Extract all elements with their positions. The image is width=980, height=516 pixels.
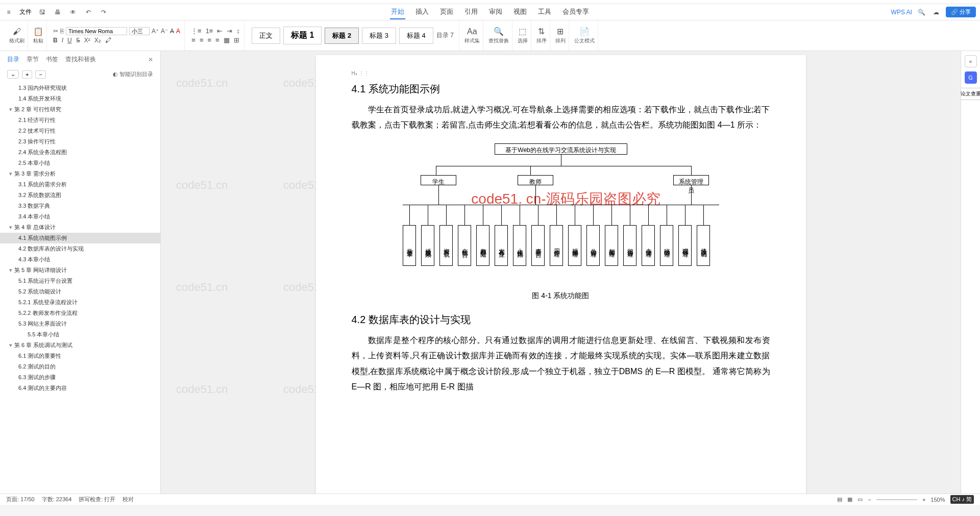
highlight-icon[interactable]: 🖍 [105,37,111,44]
toc-item[interactable]: 1.4 系统开发环境 [0,93,160,104]
clear-format-icon[interactable]: A̶ [170,28,174,35]
style-set-icon[interactable]: Aa [467,27,477,36]
toc-item[interactable]: 5.2 系统功能设计 [0,286,160,297]
toc-item[interactable]: 2.3 操作可行性 [0,136,160,147]
toc-item[interactable]: 2.2 技术可行性 [0,126,160,136]
toc-item[interactable]: 6.4 测试的主要内容 [0,383,160,394]
thesis-check-label[interactable]: 论文查重 [958,88,981,100]
toc-item[interactable]: 2.4 系统业务流程图 [0,147,160,158]
outdent-icon[interactable]: ⇤ [217,27,223,35]
font-family-select[interactable] [66,27,127,35]
number-list-icon[interactable]: 1≡ [206,27,213,35]
select-icon[interactable]: ⬚ [519,27,526,36]
print-icon[interactable]: 🖶 [53,8,62,17]
toc-collapse-dropdown[interactable]: ⌄ [7,70,19,79]
rail-collapse-icon[interactable]: « [965,55,977,67]
zoom-out-icon[interactable]: − [868,497,871,503]
style-h1[interactable]: 标题 1 [283,27,322,44]
redo-icon[interactable]: ↷ [99,8,108,17]
find-replace-icon[interactable]: 🔍 [494,27,504,36]
subscript-icon[interactable]: X₂ [94,37,101,44]
toc-item[interactable]: 3.2 系统数据流图 [0,190,160,201]
font-size-select[interactable] [129,27,150,35]
ime-indicator[interactable]: CH ♪ 简 [950,495,974,504]
toc-item[interactable]: 3.3 数据字典 [0,201,160,211]
italic-icon[interactable]: I [62,37,63,44]
search-icon[interactable]: 🔍 [917,8,926,17]
toc-item[interactable]: 6.1 测试的重要性 [0,351,160,361]
doc-mode-icon[interactable]: 📄 [579,27,590,36]
toc-item[interactable]: 2.1 经济可行性 [0,115,160,126]
toc-item[interactable]: 5.5 本章小结 [0,329,160,340]
zoom-slider[interactable] [876,499,917,500]
align-left-icon[interactable]: ≡ [191,36,195,44]
menu-tab-页面[interactable]: 页面 [439,5,454,19]
font-color-icon[interactable]: A [176,28,180,35]
zoom-in-icon[interactable]: + [922,497,925,503]
save-icon[interactable]: 🖫 [38,8,47,17]
indent-icon[interactable]: ⇥ [227,27,232,35]
toc-expand-button[interactable]: + [22,70,32,79]
sidebar-close-icon[interactable]: ✕ [148,56,153,63]
toc-item[interactable]: 6.3 测试的步骤 [0,372,160,383]
strike-icon[interactable]: S̶ [76,37,80,44]
preview-icon[interactable]: 👁 [68,8,78,17]
undo-icon[interactable]: ↶ [84,8,93,17]
view-mode-icon[interactable]: ▤ [837,496,842,503]
hamburger-icon[interactable]: ≡ [4,8,13,17]
toc-item[interactable]: 6.2 测试的目的 [0,361,160,372]
menu-tab-引用[interactable]: 引用 [463,5,479,19]
menu-tab-视图[interactable]: 视图 [512,5,528,19]
wps-ai-button[interactable]: WPS AI [891,9,912,16]
cloud-icon[interactable]: ☁ [932,8,941,17]
cut-icon[interactable]: ✂ [53,28,58,35]
sidebar-tab-查找和替换[interactable]: 查找和替换 [65,55,96,64]
menu-tab-插入[interactable]: 插入 [414,5,430,19]
toc-shrink-button[interactable]: − [35,70,45,79]
toc-item[interactable]: 3.4 本章小结 [0,211,160,222]
menu-tab-审阅[interactable]: 审阅 [488,5,503,19]
smart-toc-button[interactable]: ◐ 智能识别目录 [113,70,153,78]
zoom-level[interactable]: 150% [930,497,945,503]
style-h2[interactable]: 标题 2 [325,28,359,44]
toc-item[interactable]: 3.1 系统的需求分析 [0,179,160,190]
menu-tab-工具[interactable]: 工具 [537,5,552,19]
toc-item[interactable]: 5.3 网站主界面设计 [0,318,160,329]
toc-item[interactable]: 5.1 系统运行平台设置 [0,276,160,286]
style-h4[interactable]: 标题 4 [399,28,433,44]
view-mode-icon[interactable]: ▦ [847,496,852,503]
toc-item[interactable]: 2.5 本章小结 [0,158,160,168]
toc-item[interactable]: ▾第 4 章 总体设计 [0,222,160,233]
toc-item[interactable]: 4.2 数据库表的设计与实现 [0,243,160,254]
sidebar-tab-书签[interactable]: 书签 [46,55,58,64]
align-center-icon[interactable]: ≡ [200,36,204,44]
status-page[interactable]: 页面: 17/50 [6,496,35,503]
underline-icon[interactable]: U [67,37,72,44]
format-brush-icon[interactable]: 🖌 [13,27,21,36]
superscript-icon[interactable]: X² [84,37,90,44]
toc-item[interactable]: 4.1 系统功能图示例 [0,233,160,243]
align-right-icon[interactable]: ≡ [208,36,212,44]
menu-tab-开始[interactable]: 开始 [390,5,405,19]
toc-item[interactable]: ▾第 5 章 网站详细设计 [0,265,160,276]
bullet-list-icon[interactable]: ⋮≡ [191,27,202,35]
copy-icon[interactable]: ⎘ [60,28,64,35]
border-icon[interactable]: ⊞ [234,36,239,44]
toc-style-dropdown[interactable]: 目录 7 [436,31,454,40]
thesis-check-icon[interactable]: G [965,71,977,84]
file-menu[interactable]: 文件 [19,8,32,16]
line-spacing-icon[interactable]: ↕ [236,27,240,35]
view-mode-icon[interactable]: ▭ [857,496,863,503]
toc-item[interactable]: 5.2.1 系统登录流程设计 [0,297,160,308]
sidebar-tab-目录[interactable]: 目录 [7,55,19,64]
bold-icon[interactable]: B [53,37,58,44]
style-h3[interactable]: 标题 3 [362,28,396,44]
menu-tab-会员专享[interactable]: 会员专享 [561,5,590,19]
status-spellcheck[interactable]: 拼写检查: 打开 [79,496,115,503]
shading-icon[interactable]: ▦ [224,36,230,44]
toc-item[interactable]: 5.2.2 教师发布作业流程 [0,308,160,318]
status-proofread[interactable]: 校对 [122,496,134,503]
paste-icon[interactable]: 📋 [33,27,43,36]
arrange-icon[interactable]: ⊞ [557,27,564,36]
toc-item[interactable]: ▾第 3 章 需求分析 [0,168,160,179]
